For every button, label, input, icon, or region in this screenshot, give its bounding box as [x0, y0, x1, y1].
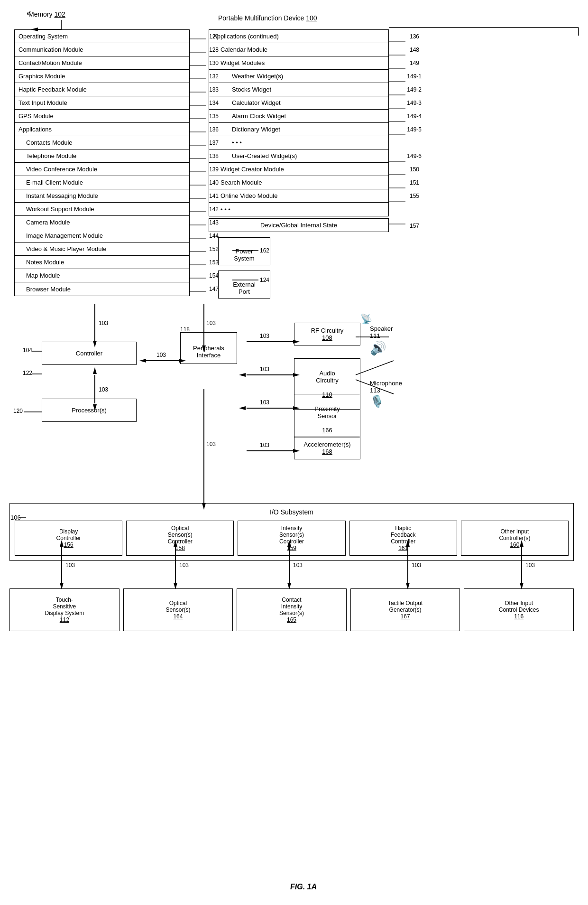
apps-search: Search Module 151 — [209, 176, 388, 189]
apps-dictionary: Dictionary Widget 149-5 — [209, 123, 388, 136]
speaker-icon: 🔊 — [370, 340, 393, 356]
antenna-icon: 📡 — [360, 313, 372, 325]
accelerometer-text: Accelerometer(s) — [297, 441, 357, 448]
memory-box: Operating System 126 Communication Modul… — [14, 29, 190, 296]
rf-circuitry-ref: 108 — [297, 334, 357, 341]
memory-row-graphics-label: Graphics Module — [18, 73, 65, 80]
device-ref: 100 — [306, 14, 317, 22]
apps-user-widget-text: User-Created Widget(s) — [232, 152, 297, 159]
svg-text:103: 103 — [260, 399, 269, 406]
svg-text:103: 103 — [293, 562, 303, 569]
ref-149-1: 149-1 — [407, 73, 422, 80]
memory-row-map-label: Map Module — [26, 272, 60, 279]
apps-online-video: Online Video Module 155 — [209, 189, 388, 203]
apps-widget-creator: Widget Creator Module 150 — [209, 163, 388, 176]
memory-row-map: Map Module 154 — [15, 269, 189, 282]
apps-calculator: Calculator Widget 149-3 — [209, 96, 388, 110]
svg-text:120: 120 — [13, 408, 23, 414]
memory-row-video: Video & Music Player Module 152 — [15, 243, 189, 256]
accelerometer-ref: 168 — [297, 448, 357, 455]
bottom-display-ref: 112 — [60, 616, 69, 623]
memory-row-contacts-label: Contacts Module — [26, 139, 73, 146]
processors-text: Processor(s) — [72, 407, 107, 414]
accelerometer-box: Accelerometer(s) 168 — [294, 437, 360, 459]
microphone-ref: 113 — [370, 387, 402, 394]
bottom-display-system: Touch-SensitiveDisplay System 112 — [9, 588, 119, 631]
apps-widgets-text: Widget Modules — [220, 59, 265, 66]
proximity-sensor-ref: 166 — [322, 427, 332, 434]
apps-ellipsis2: • • • — [209, 203, 388, 216]
microphone-text: Microphone — [370, 380, 402, 387]
apps-online-video-text: Online Video Module — [220, 192, 277, 199]
io-display-controller: DisplayController 156 — [15, 521, 122, 556]
svg-marker-63 — [239, 406, 246, 410]
memory-label: Memory 102 — [28, 10, 65, 18]
device-label: Portable Multifunction Device 100 — [218, 14, 317, 22]
bottom-optical-ref: 164 — [173, 613, 183, 620]
ref-151: 151 — [410, 179, 419, 186]
ref-136-apps: 136 — [410, 33, 419, 40]
controller-box: Controller — [42, 342, 137, 365]
memory-row-apps: Applications 136 — [15, 123, 189, 136]
bottom-tactile-text: Tactile OutputGenerator(s) — [388, 600, 423, 613]
memory-row-contact-label: Contact/Motion Module — [18, 59, 82, 66]
memory-row-os: Operating System 126 — [15, 30, 189, 43]
io-intensity-ref: 159 — [287, 545, 296, 551]
memory-row-browser-label: Browser Module — [26, 286, 71, 293]
io-other-controller: Other InputController(s) 160 — [461, 521, 569, 556]
memory-row-notes: Notes Module 153 — [15, 256, 189, 269]
microphone-label: Microphone 113 🎙️ — [370, 380, 402, 408]
svg-text:103: 103 — [206, 441, 216, 448]
svg-text:103: 103 — [412, 562, 421, 569]
bottom-tactile: Tactile OutputGenerator(s) 167 — [350, 588, 460, 631]
memory-row-im-label: Instant Messaging Module — [26, 192, 98, 199]
apps-alarm: Alarm Clock Widget 149-4 — [209, 110, 388, 123]
memory-row-apps-label: Applications — [18, 126, 52, 133]
memory-row-email-label: E-mail Client Module — [26, 179, 83, 186]
io-subsystem: I/O Subsystem DisplayController 156 Opti… — [9, 503, 574, 561]
io-intensity-controller: IntensitySensor(s)Controller 159 — [238, 521, 345, 556]
memory-row-os-label: Operating System — [18, 33, 68, 40]
memory-row-videoconf-label: Video Conference Module — [26, 166, 97, 173]
device-state-box: Device/Global Internal State 157 — [209, 218, 389, 232]
io-other-text: Other InputController(s) — [499, 528, 530, 541]
proximity-sensor-text: Proximity Sensor — [297, 405, 357, 420]
memory-row-comm: Communication Module 128 — [15, 43, 189, 56]
svg-text:103: 103 — [65, 562, 75, 569]
apps-search-text: Search Module — [220, 179, 262, 186]
io-intensity-text: IntensitySensor(s)Controller — [279, 525, 304, 545]
ref-154: 154 — [209, 272, 219, 279]
io-display-text: DisplayController — [56, 528, 81, 541]
memory-row-workout-label: Workout Support Module — [26, 205, 94, 213]
apps-widgets: Widget Modules 149 — [209, 56, 388, 70]
external-port-box: External Port — [218, 271, 270, 299]
io-haptic-controller: HapticFeedbackController 161 — [349, 521, 457, 556]
peripherals-interface-box: Peripherals Interface — [180, 332, 237, 364]
svg-text:103: 103 — [206, 320, 216, 327]
io-haptic-ref: 161 — [398, 545, 408, 551]
memory-row-browser: Browser Module 147 — [15, 282, 189, 296]
apps-box-container: Applications (continued) 136 Calendar Mo… — [209, 29, 389, 216]
memory-row-gps-label: GPS Module — [18, 112, 54, 120]
svg-text:103: 103 — [99, 320, 108, 327]
proximity-sensor-box: Proximity Sensor 166 — [294, 394, 360, 438]
memory-row-video-label: Video & Music Player Module — [26, 245, 107, 252]
memory-row-notes-label: Notes Module — [26, 259, 64, 266]
memory-row-workout: Workout Support Module 142 — [15, 203, 189, 216]
bottom-display-text: Touch-SensitiveDisplay System — [45, 597, 84, 616]
speaker-ref: 111 — [370, 332, 393, 339]
ref-149-6: 149-6 — [407, 153, 422, 159]
apps-header-text: Applications (continued) — [213, 33, 279, 40]
svg-text:103: 103 — [99, 386, 108, 393]
ref-153: 153 — [209, 259, 219, 266]
speaker-label: Speaker 111 🔊 — [370, 325, 393, 356]
ref-157: 157 — [410, 223, 419, 229]
io-title: I/O Subsystem — [15, 508, 569, 516]
bottom-boxes-container: Touch-SensitiveDisplay System 112 Optica… — [9, 588, 574, 631]
apps-user-widget: User-Created Widget(s) 149-6 — [209, 149, 388, 163]
memory-row-graphics: Graphics Module 132 — [15, 70, 189, 83]
apps-weather: Weather Widget(s) 149-1 — [209, 70, 388, 83]
svg-text:104: 104 — [23, 347, 32, 354]
diagram-container: 103 103 103 103 103 103 103 103 — [0, 0, 588, 878]
ref-149-2: 149-2 — [407, 86, 422, 93]
